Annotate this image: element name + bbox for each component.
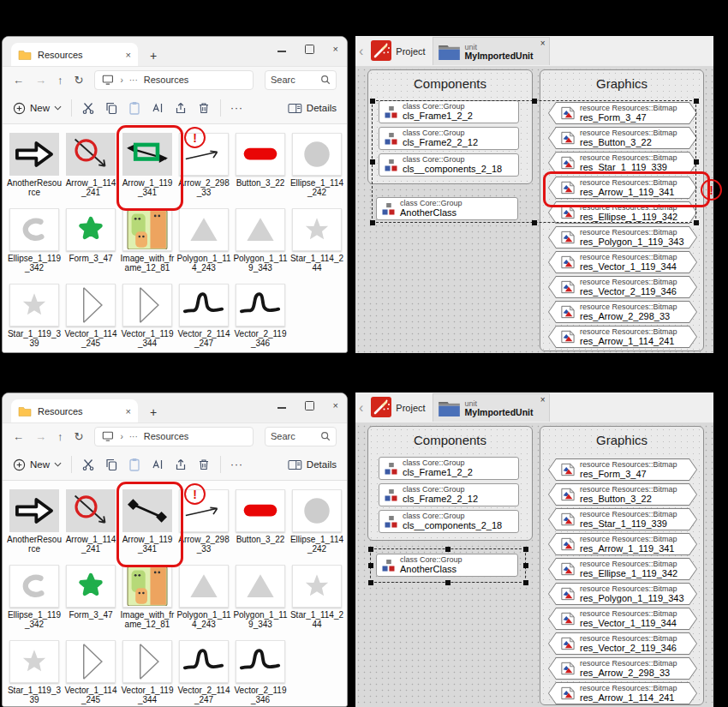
file-item-Ellipse_1_119_342[interactable]: Ellipse_1_119_342: [6, 205, 63, 280]
new-tab-button[interactable]: +: [150, 406, 157, 418]
tab-close-icon[interactable]: ×: [126, 50, 131, 60]
address-bar[interactable]: › ··· Resources: [94, 70, 254, 90]
tab-close-icon[interactable]: ×: [126, 406, 131, 416]
graphic-item-res_Arrow_2_298_33[interactable]: resource Resources::Bitmapres_Arrow_2_29…: [548, 301, 697, 323]
minimize-button[interactable]: [277, 402, 286, 408]
rename-icon[interactable]: [151, 458, 164, 471]
file-item-Star_1_119_339[interactable]: Star_1_119_339: [6, 637, 63, 707]
component-item-cls_Frame1_2_2[interactable]: class Core::Groupcls_Frame1_2_2: [379, 457, 519, 480]
file-item-Button_3_22[interactable]: Button_3_22: [232, 486, 289, 561]
file-item-AnotherResource[interactable]: AnotherResource: [6, 486, 63, 561]
more-options-button[interactable]: ···: [230, 458, 243, 470]
file-item-Image_with_frame_12_81[interactable]: Image_with_frame_12_81: [119, 205, 176, 280]
search-input[interactable]: Searc: [265, 70, 337, 90]
back-chevron-icon[interactable]: ‹: [358, 400, 364, 416]
graphic-item-res_Ellipse_1_119_342[interactable]: resource Resources::Bitmapres_Ellipse_1_…: [548, 201, 697, 224]
file-item-Vector_2_119_346[interactable]: Vector_2_119_346: [232, 280, 289, 353]
graphic-item-res_Form_3_47[interactable]: resource Resources::Bitmapres_Form_3_47: [548, 102, 697, 124]
close-button[interactable]: ×: [333, 44, 338, 54]
graphic-item-res_Arrow_1_114_241[interactable]: resource Resources::Bitmapres_Arrow_1_11…: [548, 682, 697, 704]
component-item-cls_Frame2_2_12[interactable]: class Core::Groupcls_Frame2_2_12: [379, 127, 519, 150]
address-bar[interactable]: › ··· Resources: [94, 427, 254, 446]
file-item-Ellipse_1_119_342[interactable]: Ellipse_1_119_342: [6, 561, 63, 637]
component-item-cls_Frame1_2_2[interactable]: class Core::Groupcls_Frame1_2_2: [379, 100, 519, 123]
file-item-Star_1_114_244[interactable]: Star_1_114_244: [289, 561, 345, 637]
nav-refresh-button[interactable]: ↻: [75, 430, 84, 443]
details-button[interactable]: Details: [288, 103, 337, 114]
graphic-item-res_Arrow_2_298_33[interactable]: resource Resources::Bitmapres_Arrow_2_29…: [548, 657, 697, 680]
file-item-Button_3_22[interactable]: Button_3_22: [232, 129, 289, 205]
more-options-button[interactable]: ···: [230, 102, 243, 114]
graphic-item-res_Arrow_1_119_341[interactable]: resource Resources::Bitmapres_Arrow_1_11…: [548, 533, 697, 555]
details-button[interactable]: Details: [288, 459, 337, 470]
file-item-Vector_1_119_344[interactable]: Vector_1_119_344: [119, 280, 176, 353]
copy-icon[interactable]: [104, 458, 118, 471]
file-item-Polygon_1_114_243[interactable]: Polygon_1_114_243: [176, 561, 232, 637]
file-item-AnotherResource[interactable]: AnotherResource: [6, 129, 63, 205]
maximize-button[interactable]: [305, 401, 314, 410]
tab-myimportedunit[interactable]: unitMyImportedUnit ×: [433, 37, 550, 65]
file-item-Polygon_1_119_343[interactable]: Polygon_1_119_343: [232, 561, 289, 637]
copy-icon[interactable]: [104, 101, 118, 115]
graphic-item-res_Star_1_119_339[interactable]: resource Resources::Bitmapres_Star_1_119…: [548, 152, 697, 174]
graphic-item-res_Polygon_1_119_343[interactable]: resource Resources::Bitmapres_Polygon_1_…: [548, 583, 697, 605]
component-item-cls__components_2_18[interactable]: class Core::Groupcls__components_2_18: [379, 510, 519, 533]
file-item-Polygon_1_114_243[interactable]: Polygon_1_114_243: [176, 205, 232, 280]
close-button[interactable]: ×: [333, 400, 338, 410]
new-button[interactable]: New: [13, 102, 62, 115]
back-chevron-icon[interactable]: ‹: [358, 44, 364, 59]
file-item-Arrow_2_298_33[interactable]: Arrow_2_298_33: [176, 129, 232, 205]
tab-project[interactable]: Project: [368, 395, 427, 421]
paste-icon[interactable]: [128, 101, 141, 115]
graphic-item-res_Polygon_1_119_343[interactable]: resource Resources::Bitmapres_Polygon_1_…: [548, 226, 697, 249]
tab-myimportedunit[interactable]: unitMyImportedUnit ×: [433, 393, 550, 422]
component-item-cls__components_2_18[interactable]: class Core::Groupcls__components_2_18: [379, 153, 519, 177]
file-item-Vector_1_114_245[interactable]: Vector_1_114_245: [63, 637, 119, 707]
file-item-Arrow_1_114_241[interactable]: Arrow_1_114_241: [63, 129, 119, 205]
component-item-cls_Frame2_2_12[interactable]: class Core::Groupcls_Frame2_2_12: [379, 483, 519, 506]
nav-up-button[interactable]: ↑: [57, 74, 63, 87]
share-icon[interactable]: [174, 458, 188, 471]
file-item-Star_1_114_244[interactable]: Star_1_114_244: [289, 205, 345, 280]
file-item-Vector_2_119_346[interactable]: Vector_2_119_346: [232, 637, 289, 707]
paste-icon[interactable]: [128, 458, 141, 471]
graphic-item-res_Button_3_22[interactable]: resource Resources::Bitmapres_Button_3_2…: [548, 483, 697, 506]
file-item-Polygon_1_119_343[interactable]: Polygon_1_119_343: [232, 205, 289, 280]
component-item-anotherclass[interactable]: class Core::GroupAnotherClass: [376, 554, 518, 577]
breadcrumb-dots[interactable]: ···: [129, 432, 138, 441]
file-item-Arrow_2_298_33[interactable]: Arrow_2_298_33: [176, 486, 232, 561]
nav-up-button[interactable]: ↑: [57, 430, 63, 443]
file-item-Vector_1_119_344[interactable]: Vector_1_119_344: [119, 637, 176, 707]
graphic-item-res_Star_1_119_339[interactable]: resource Resources::Bitmapres_Star_1_119…: [548, 508, 697, 530]
file-item-Form_3_47[interactable]: Form_3_47: [63, 561, 119, 637]
component-item-anotherclass[interactable]: class Core::GroupAnotherClass: [376, 197, 518, 220]
tab-close-icon[interactable]: ×: [540, 39, 546, 48]
nav-forward-button[interactable]: →: [35, 430, 46, 443]
delete-icon[interactable]: [197, 101, 211, 115]
file-item-Vector_2_114_247[interactable]: Vector_2_114_247: [176, 280, 232, 353]
file-item-Ellipse_1_114_242[interactable]: Ellipse_1_114_242: [289, 129, 345, 205]
file-item-Form_3_47[interactable]: Form_3_47: [63, 205, 119, 280]
file-item-Arrow_1_119_341[interactable]: Arrow_1_119_341: [119, 486, 176, 561]
breadcrumb-dots[interactable]: ···: [129, 75, 138, 85]
new-tab-button[interactable]: +: [150, 50, 157, 62]
explorer-tab-resources[interactable]: Resources ×: [11, 399, 138, 422]
graphic-item-res_Vector_1_119_344[interactable]: resource Resources::Bitmapres_Vector_1_1…: [548, 251, 697, 273]
graphic-item-res_Arrow_1_114_241[interactable]: resource Resources::Bitmapres_Arrow_1_11…: [548, 326, 697, 348]
file-item-Arrow_1_114_241[interactable]: Arrow_1_114_241: [63, 486, 119, 561]
cut-icon[interactable]: [81, 458, 95, 471]
nav-forward-button[interactable]: →: [35, 74, 46, 87]
file-item-Image_with_frame_12_81[interactable]: Image_with_frame_12_81: [119, 561, 176, 637]
rename-icon[interactable]: [151, 101, 164, 115]
nav-refresh-button[interactable]: ↻: [75, 74, 84, 87]
file-item-Ellipse_1_114_242[interactable]: Ellipse_1_114_242: [289, 486, 345, 561]
graphic-item-res_Arrow_1_119_341[interactable]: resource Resources::Bitmapres_Arrow_1_11…: [548, 177, 697, 199]
explorer-tab-resources[interactable]: Resources ×: [11, 43, 138, 66]
search-input[interactable]: Searc: [265, 427, 337, 446]
graphic-item-res_Button_3_22[interactable]: resource Resources::Bitmapres_Button_3_2…: [548, 127, 697, 149]
delete-icon[interactable]: [197, 458, 211, 471]
minimize-button[interactable]: [277, 45, 286, 51]
nav-back-button[interactable]: ←: [13, 74, 24, 87]
graphic-item-res_Form_3_47[interactable]: resource Resources::Bitmapres_Form_3_47: [548, 458, 697, 481]
nav-back-button[interactable]: ←: [13, 430, 24, 443]
